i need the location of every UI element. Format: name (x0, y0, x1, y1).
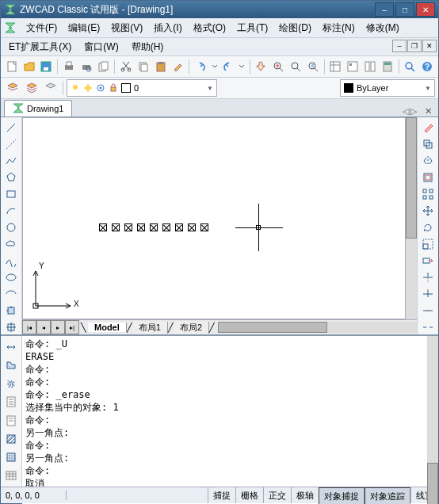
zoom-window-button[interactable] (288, 58, 303, 75)
break-at-point-button[interactable] (419, 304, 437, 318)
status-toggle-0[interactable]: 捕捉 (208, 487, 235, 503)
tab-close-button[interactable]: ✕ (425, 106, 432, 116)
doc-minimize-button[interactable]: – (392, 40, 407, 52)
minimize-button[interactable]: – (375, 2, 394, 17)
design-center-button[interactable] (345, 58, 361, 75)
tab-first-button[interactable]: |◂ (22, 320, 36, 334)
model-tab[interactable]: Model (88, 323, 127, 332)
array-button[interactable] (419, 187, 437, 201)
layer-dropdown[interactable]: 0 ▼ (67, 79, 217, 97)
menu-ettools[interactable]: ET扩展工具(X) (4, 39, 76, 55)
construction-line-button[interactable] (2, 137, 20, 151)
help-button[interactable]: ? (419, 58, 435, 75)
status-toggle-1[interactable]: 栅格 (235, 487, 263, 503)
rotate-button[interactable] (419, 220, 437, 235)
status-toggle-4[interactable]: 对象捕捉 (319, 487, 365, 504)
layout1-tab[interactable]: 布局1 (132, 322, 168, 334)
status-toggle-2[interactable]: 正交 (263, 487, 291, 503)
polygon-button[interactable] (2, 170, 20, 185)
match-properties-button[interactable] (170, 58, 186, 75)
move-button[interactable] (419, 204, 437, 218)
break-button[interactable] (419, 320, 437, 334)
insert-block-button[interactable] (2, 304, 20, 318)
scale-button[interactable] (419, 237, 437, 251)
spline-button[interactable] (2, 254, 20, 268)
make-block-button[interactable] (2, 320, 20, 334)
doc-close-button[interactable]: ✕ (422, 40, 437, 52)
pan-button[interactable] (254, 58, 269, 75)
copy-object-button[interactable] (419, 137, 437, 151)
coordinates-display[interactable]: 0, 0, 0, 0 (1, 491, 67, 500)
region-button[interactable]: 弥 (2, 376, 20, 391)
erase-button[interactable] (419, 120, 437, 135)
trim-button[interactable] (419, 270, 437, 284)
arc-button[interactable] (2, 204, 20, 218)
copy-button[interactable] (136, 58, 151, 75)
find-button[interactable] (402, 58, 418, 75)
list-button[interactable] (2, 394, 20, 410)
menu-edit[interactable]: 编辑(E) (63, 20, 105, 36)
layer-manager-button[interactable] (4, 79, 21, 97)
tab-last-button[interactable]: ▸| (65, 320, 79, 334)
command-history[interactable]: 命令: _U ERASE 命令: 命令: 命令: _erase 选择集当中的对象… (22, 336, 427, 504)
tab-prev-button[interactable]: ◂ (36, 320, 51, 334)
maximize-button[interactable]: □ (395, 2, 414, 17)
area-button[interactable] (2, 357, 20, 373)
undo-button[interactable] (193, 58, 208, 75)
menu-dimension[interactable]: 标注(N) (318, 20, 360, 36)
polyline-button[interactable] (2, 154, 20, 168)
tab-next-button[interactable]: ▸ (51, 320, 65, 334)
menu-help[interactable]: 帮助(H) (127, 39, 169, 55)
line-button[interactable] (2, 120, 20, 135)
tool-palettes-button[interactable] (362, 58, 378, 75)
properties-button[interactable] (327, 58, 343, 75)
tab-prev-button[interactable]: ◁ (403, 106, 409, 116)
new-button[interactable] (4, 58, 20, 75)
distance-button[interactable] (2, 339, 20, 355)
cut-button[interactable] (118, 58, 134, 75)
table-button[interactable] (2, 468, 20, 483)
vertical-scrollbar[interactable] (406, 117, 417, 319)
calculator-button[interactable] (380, 58, 395, 75)
tab-next-button[interactable]: ▷ (410, 106, 417, 116)
redo-button[interactable] (220, 58, 236, 75)
paste-button[interactable] (153, 58, 169, 75)
locate-point-button[interactable] (2, 413, 20, 429)
rectangle-button[interactable] (2, 187, 20, 201)
app-menu-icon[interactable] (4, 21, 17, 34)
menu-tools[interactable]: 工具(T) (232, 20, 273, 36)
color-dropdown[interactable]: ByLayer ▼ (340, 79, 435, 97)
revision-cloud-button[interactable] (2, 237, 20, 251)
layer-previous-button[interactable] (42, 79, 59, 97)
document-tab[interactable]: Drawing1 (4, 100, 72, 116)
menu-format[interactable]: 格式(O) (189, 20, 231, 36)
menu-modify[interactable]: 修改(M) (361, 20, 404, 36)
save-button[interactable] (39, 58, 55, 75)
menu-draw[interactable]: 绘图(D) (274, 20, 316, 36)
zoom-previous-button[interactable] (305, 58, 321, 75)
horizontal-scrollbar[interactable] (218, 322, 417, 333)
gradient-button[interactable] (2, 449, 20, 465)
status-toggle-5[interactable]: 对象追踪 (365, 487, 410, 504)
command-vscroll[interactable] (427, 336, 438, 504)
print-button[interactable] (61, 58, 77, 75)
layer-states-button[interactable] (23, 79, 40, 97)
print-preview-button[interactable] (78, 58, 94, 75)
offset-button[interactable] (419, 170, 437, 185)
redo-dropdown-button[interactable] (238, 58, 246, 75)
ellipse-arc-button[interactable] (2, 287, 20, 301)
zoom-realtime-button[interactable] (270, 58, 286, 75)
layout2-tab[interactable]: 布局2 (174, 322, 209, 334)
menu-window[interactable]: 窗口(W) (79, 39, 123, 55)
menu-file[interactable]: 文件(F) (21, 20, 62, 36)
open-button[interactable] (21, 58, 37, 75)
mirror-button[interactable] (419, 154, 437, 168)
close-button[interactable]: ✕ (416, 2, 435, 17)
hatch-button[interactable] (2, 431, 20, 447)
stretch-button[interactable] (419, 254, 437, 268)
extend-button[interactable] (419, 287, 437, 301)
drawing-canvas[interactable]: Y X (22, 117, 406, 319)
circle-button[interactable] (2, 220, 20, 235)
doc-restore-button[interactable]: ❐ (407, 40, 422, 52)
publish-button[interactable] (96, 58, 112, 75)
